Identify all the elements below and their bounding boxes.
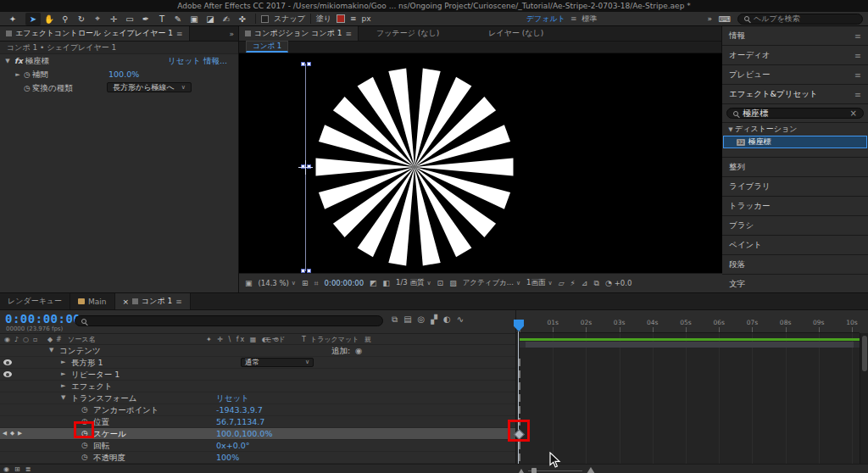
twirl-open-icon[interactable]: ▼ (49, 345, 53, 356)
hide-shy-layers-button[interactable]: ◎ (418, 314, 426, 325)
always-preview-toggle[interactable]: ▣ (245, 279, 253, 287)
current-time-display[interactable]: 0:00:00:00 (5, 312, 81, 326)
tab-layer[interactable]: レイヤー (なし) (482, 26, 549, 41)
pixel-aspect-correction-button[interactable]: ▱ (559, 279, 565, 287)
puppet-pin-tool[interactable]: ✜ (235, 13, 250, 25)
help-search-input[interactable]: ヘルプを検索 (737, 14, 863, 25)
visibility-eye-icon[interactable] (3, 359, 12, 365)
row-anchor-point[interactable]: ◷ アンカーポイント -1943.3,9.7 (0, 404, 515, 416)
roto-brush-tool[interactable]: ✍ (219, 13, 234, 25)
tab-footage[interactable]: フッテージ (なし) (370, 26, 445, 41)
keyboard-icon[interactable]: ⌨ (717, 13, 732, 25)
zoom-slider-thumb[interactable] (531, 468, 537, 473)
panel-preview[interactable]: プレビュー ≡ (722, 65, 868, 85)
fill-color-swatch[interactable] (337, 14, 345, 23)
twirl-closed-icon[interactable]: ► (61, 357, 65, 368)
panel-menu-icon[interactable]: ≡ (176, 30, 183, 38)
timeline-search-input[interactable] (75, 315, 383, 326)
tab-composition[interactable]: コンポジション コンポ 1 ≡ (239, 26, 359, 41)
about-effect-button[interactable]: 情報... (203, 55, 227, 67)
row-rotation[interactable]: ◷ 回転 0x+0.0° (0, 440, 515, 452)
conversion-type-dropdown[interactable]: 長方形から極線へ ∨ (107, 82, 192, 92)
panel-info[interactable]: 情報 ≡ (722, 26, 868, 46)
graph-editor-button[interactable]: ∿ (457, 314, 464, 325)
column-source-name[interactable]: ソース名 (68, 334, 95, 345)
panel-audio[interactable]: オーディオ ≡ (722, 46, 868, 65)
unified-camera-tool[interactable]: ⌖ (90, 13, 105, 25)
param-value[interactable]: 100.0% (108, 69, 139, 81)
twirl-open-icon[interactable]: ▼ (726, 126, 735, 133)
transparency-grid-button[interactable]: ▨ (449, 279, 457, 287)
anchor-point-icon[interactable] (298, 160, 313, 175)
next-keyframe-button[interactable]: ▶ (18, 428, 22, 439)
panel-paint[interactable]: ペイント (722, 236, 868, 255)
panel-overflow-icon[interactable]: » (225, 26, 238, 41)
zoom-out-mountain-icon[interactable] (519, 469, 524, 473)
exposure-control[interactable]: ◔+0.0 (605, 279, 632, 287)
panel-menu-icon[interactable]: ≡ (854, 31, 861, 41)
stopwatch-icon[interactable]: ◷ (22, 84, 32, 92)
snapshot-button[interactable]: ◩ (370, 279, 377, 287)
column-mode[interactable]: モード (264, 334, 285, 345)
row-transform-group[interactable]: ▼ トランスフォーム リセット (0, 392, 515, 404)
blend-mode-dropdown[interactable]: 通常 ∨ (241, 358, 314, 367)
panel-menu-icon[interactable]: ≡ (854, 70, 861, 80)
shape-tool[interactable]: ▭ (122, 13, 137, 25)
scrollbar-thumb[interactable] (862, 336, 867, 371)
property-value[interactable]: 100% (216, 452, 239, 463)
twirl-open-icon[interactable]: ▼ (61, 392, 65, 403)
row-effects-group[interactable]: ► エフェクト (0, 381, 515, 392)
grid-and-guides-button[interactable]: ⊞ (302, 279, 309, 287)
draft-3d-button[interactable]: ▤ (403, 314, 411, 325)
reset-button[interactable]: リセット (168, 55, 201, 67)
tab-comp-1[interactable]: × コンポ 1 ≡ (115, 293, 191, 309)
snap-checkbox[interactable] (261, 15, 269, 23)
panel-libraries[interactable]: ライブラリ (722, 177, 868, 197)
magnification-dropdown[interactable]: (14.3 %)∨ (259, 279, 296, 287)
panel-menu-icon[interactable]: ≡ (854, 90, 861, 99)
reset-button[interactable]: リセット (216, 392, 249, 403)
timeline-button[interactable]: ⊿ (581, 279, 588, 287)
row-opacity[interactable]: ◷ 不透明度 100% (0, 452, 515, 464)
panel-menu-icon[interactable]: ≡ (854, 51, 861, 60)
row-contents-group[interactable]: ▼ コンテンツ 追加: ◉ (0, 345, 515, 357)
effect-item-polar-coordinates[interactable]: 32 極座標 (723, 136, 867, 148)
stopwatch-icon[interactable]: ◷ (80, 440, 90, 451)
selection-handle[interactable] (307, 62, 311, 66)
zoom-slider[interactable] (528, 470, 582, 471)
tab-main[interactable]: Main (70, 293, 115, 309)
stopwatch-icon[interactable]: ◷ (80, 452, 90, 463)
panel-menu-icon[interactable]: ≡ (175, 298, 182, 306)
twirl-closed-icon[interactable]: ► (61, 369, 65, 380)
home-icon[interactable]: ✦ (5, 13, 20, 25)
flowchart-button[interactable]: ⧉ (593, 279, 598, 288)
type-tool[interactable]: T (154, 13, 170, 25)
param-row-interpolation[interactable]: ► ◷ 補間 100.0% (0, 68, 238, 81)
clone-stamp-tool[interactable]: ▣ (186, 13, 202, 25)
panel-tracker[interactable]: トラッカー (722, 197, 868, 216)
selection-handle[interactable] (301, 62, 305, 66)
tab-render-queue[interactable]: レンダーキュー (0, 293, 70, 309)
pan-behind-tool[interactable]: ✛ (106, 13, 121, 25)
close-tab-icon[interactable]: × (123, 298, 130, 306)
hand-tool[interactable]: ✋ (42, 13, 57, 25)
property-value[interactable]: 100.0,100.0% (216, 428, 272, 439)
zoom-in-mountain-icon[interactable] (587, 467, 595, 473)
column-parent[interactable]: 親 (364, 334, 371, 345)
column-matte-t[interactable]: T (302, 334, 306, 345)
camera-dropdown[interactable]: アクティブカ...∨ (463, 278, 520, 288)
brush-tool[interactable]: ✎ (170, 13, 186, 25)
eraser-tool[interactable]: ◪ (203, 13, 218, 25)
timeline-track-area[interactable] (515, 333, 860, 464)
param-row-conversion-type[interactable]: ◷ 変換の種類 長方形から極線へ ∨ (0, 81, 238, 95)
zoom-tool[interactable]: ⚲ (58, 13, 73, 25)
stopwatch-icon[interactable]: ◷ (22, 70, 32, 79)
view-layout-dropdown[interactable]: 1画面∨ (526, 278, 553, 288)
add-property-button[interactable]: ◉ (355, 345, 362, 356)
workspace-menu-icon[interactable]: ≡ (570, 14, 577, 23)
effect-header-row[interactable]: ▼ fx 極座標 リセット 情報... (0, 54, 238, 68)
category-distortion[interactable]: ▼ ディストーション (722, 123, 868, 136)
twirl-open-icon[interactable]: ▼ (3, 58, 12, 64)
row-repeater-1[interactable]: ► リピーター 1 (0, 369, 515, 381)
time-ruler[interactable]: 0s01s02s03s04s05s06s07s08s09s10s (515, 310, 860, 333)
